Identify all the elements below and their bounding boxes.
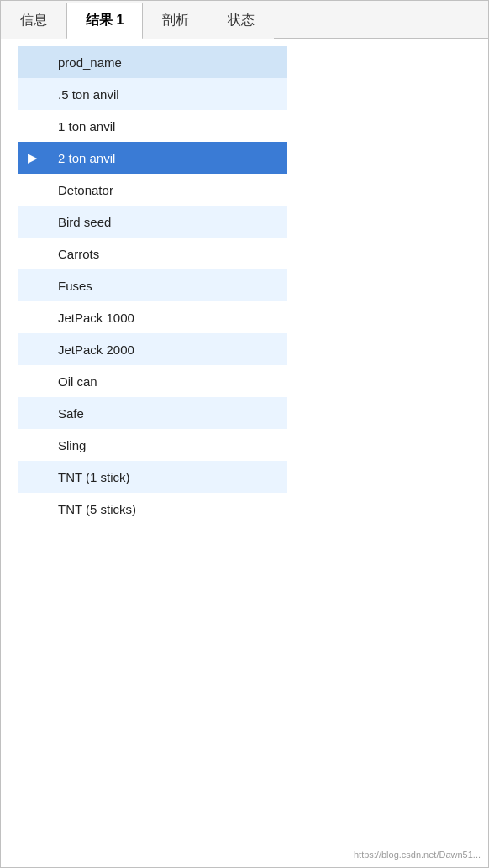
row-value[interactable]: Safe	[48, 397, 287, 429]
row-value[interactable]: JetPack 2000	[48, 333, 287, 365]
table-row[interactable]: 1 ton anvil	[18, 110, 287, 142]
table-header-row: prod_name	[18, 46, 287, 78]
row-indicator	[18, 333, 48, 365]
row-indicator	[18, 174, 48, 206]
row-value[interactable]: 1 ton anvil	[48, 110, 287, 142]
row-indicator	[18, 397, 48, 429]
row-value[interactable]: Detonator	[48, 174, 287, 206]
table-row[interactable]: Bird seed	[18, 206, 287, 238]
row-indicator: ▶	[18, 142, 48, 174]
row-indicator	[18, 269, 48, 301]
row-value[interactable]: Bird seed	[48, 206, 287, 238]
column-header-prod-name[interactable]: prod_name	[48, 46, 287, 78]
tab-info[interactable]: 信息	[1, 3, 66, 39]
row-value[interactable]: Carrots	[48, 238, 287, 269]
table-row[interactable]: Carrots	[18, 238, 287, 269]
header-indicator	[18, 46, 48, 78]
row-value[interactable]: Fuses	[48, 269, 287, 301]
table-row[interactable]: Sling	[18, 429, 287, 461]
row-value[interactable]: 2 ton anvil	[48, 142, 287, 174]
row-indicator	[18, 429, 48, 461]
tab-analyze[interactable]: 剖析	[143, 3, 208, 39]
table-row[interactable]: JetPack 2000	[18, 333, 287, 365]
row-value[interactable]: .5 ton anvil	[48, 78, 287, 110]
table-row[interactable]: TNT (1 stick)	[18, 461, 287, 493]
watermark: https://blog.csdn.net/Dawn51...	[354, 850, 481, 860]
table-row[interactable]: ▶2 ton anvil	[18, 142, 287, 174]
table-area: prod_name.5 ton anvil1 ton anvil▶2 ton a…	[1, 39, 488, 531]
row-indicator	[18, 78, 48, 110]
row-indicator	[18, 110, 48, 142]
row-value[interactable]: TNT (5 sticks)	[48, 493, 287, 525]
row-value[interactable]: TNT (1 stick)	[48, 461, 287, 493]
table-row[interactable]: JetPack 1000	[18, 301, 287, 333]
tab-result1[interactable]: 结果 1	[66, 3, 143, 39]
table-row[interactable]: .5 ton anvil	[18, 78, 287, 110]
row-value[interactable]: JetPack 1000	[48, 301, 287, 333]
row-indicator	[18, 206, 48, 238]
tab-status[interactable]: 状态	[208, 3, 274, 39]
row-indicator	[18, 238, 48, 269]
table-row[interactable]: Oil can	[18, 365, 287, 397]
row-indicator	[18, 365, 48, 397]
result-table: prod_name.5 ton anvil1 ton anvil▶2 ton a…	[18, 46, 287, 525]
row-indicator	[18, 493, 48, 525]
table-row[interactable]: Detonator	[18, 174, 287, 206]
row-indicator	[18, 301, 48, 333]
main-container: 信息 结果 1 剖析 状态 prod_name.5 ton anvil1 ton…	[0, 0, 489, 868]
row-value[interactable]: Sling	[48, 429, 287, 461]
table-row[interactable]: TNT (5 sticks)	[18, 493, 287, 525]
tab-bar: 信息 结果 1 剖析 状态	[1, 1, 488, 39]
row-value[interactable]: Oil can	[48, 365, 287, 397]
row-indicator	[18, 461, 48, 493]
table-row[interactable]: Safe	[18, 397, 287, 429]
table-row[interactable]: Fuses	[18, 269, 287, 301]
